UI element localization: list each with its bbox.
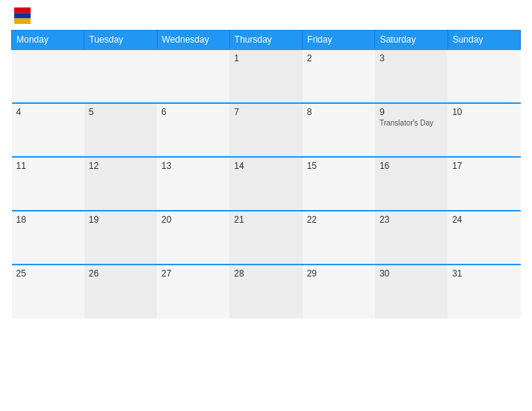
calendar-cell: 21 bbox=[229, 211, 302, 265]
calendar-page: MondayTuesdayWednesdayThursdayFridaySatu… bbox=[0, 0, 532, 411]
day-number: 23 bbox=[380, 214, 443, 225]
calendar-cell: 11 bbox=[12, 157, 84, 211]
logo-flag-icon bbox=[14, 7, 31, 24]
day-number: 8 bbox=[307, 107, 371, 117]
svg-rect-0 bbox=[14, 7, 31, 13]
calendar-cell: 25 bbox=[12, 265, 84, 318]
day-number: 24 bbox=[452, 214, 516, 225]
day-number: 6 bbox=[161, 107, 225, 117]
day-number: 1 bbox=[234, 53, 297, 64]
week-row-5: 25262728293031 bbox=[12, 265, 521, 318]
day-number: 12 bbox=[89, 161, 152, 171]
calendar-cell: 5 bbox=[84, 103, 157, 157]
day-header-saturday: Saturday bbox=[375, 31, 448, 50]
day-header-wednesday: Wednesday bbox=[157, 31, 229, 50]
calendar-cell: 22 bbox=[303, 211, 375, 265]
day-header-monday: Monday bbox=[12, 31, 84, 50]
calendar-cell: 16 bbox=[375, 157, 448, 211]
calendar-cell: 19 bbox=[84, 211, 157, 265]
calendar-cell bbox=[12, 49, 84, 103]
calendar-cell: 13 bbox=[157, 157, 229, 211]
week-row-2: 456789Translator's Day10 bbox=[12, 103, 521, 157]
day-number: 9 bbox=[380, 107, 443, 117]
calendar-cell bbox=[448, 49, 520, 103]
day-number: 11 bbox=[16, 161, 80, 171]
day-number: 7 bbox=[234, 107, 297, 117]
calendar-cell: 26 bbox=[84, 265, 157, 318]
calendar-cell: 18 bbox=[12, 211, 84, 265]
calendar-cell: 3 bbox=[375, 49, 448, 103]
day-number: 17 bbox=[452, 161, 516, 171]
calendar-cell: 24 bbox=[448, 211, 520, 265]
calendar-cell: 7 bbox=[229, 103, 302, 157]
day-header-tuesday: Tuesday bbox=[84, 31, 157, 50]
day-number: 22 bbox=[307, 214, 371, 225]
day-number: 31 bbox=[452, 268, 516, 279]
logo bbox=[11, 7, 31, 24]
day-number: 3 bbox=[380, 53, 443, 64]
day-number: 14 bbox=[234, 161, 297, 171]
day-header-thursday: Thursday bbox=[229, 31, 302, 50]
calendar-cell: 15 bbox=[303, 157, 375, 211]
day-number: 18 bbox=[16, 214, 80, 225]
calendar-table: MondayTuesdayWednesdayThursdayFridaySatu… bbox=[11, 30, 521, 318]
calendar-cell: 29 bbox=[303, 265, 375, 318]
day-number: 15 bbox=[307, 161, 371, 171]
calendar-cell: 14 bbox=[229, 157, 302, 211]
calendar-cell: 23 bbox=[375, 211, 448, 265]
svg-rect-2 bbox=[14, 19, 31, 24]
calendar-cell: 17 bbox=[448, 157, 520, 211]
calendar-cell bbox=[157, 49, 229, 103]
day-number: 10 bbox=[452, 107, 516, 117]
week-row-3: 11121314151617 bbox=[12, 157, 521, 211]
day-number: 25 bbox=[16, 268, 80, 279]
calendar-cell: 31 bbox=[448, 265, 520, 318]
calendar-cell: 8 bbox=[303, 103, 375, 157]
day-header-friday: Friday bbox=[303, 31, 375, 50]
week-row-1: 123 bbox=[12, 49, 521, 103]
day-number: 29 bbox=[307, 268, 371, 279]
day-number: 16 bbox=[380, 161, 443, 171]
day-number: 30 bbox=[380, 268, 443, 279]
calendar-cell: 12 bbox=[84, 157, 157, 211]
calendar-cell: 4 bbox=[12, 103, 84, 157]
calendar-cell: 27 bbox=[157, 265, 229, 318]
calendar-cell: 30 bbox=[375, 265, 448, 318]
day-header-sunday: Sunday bbox=[448, 31, 520, 50]
calendar-cell: 1 bbox=[229, 49, 302, 103]
calendar-cell: 6 bbox=[157, 103, 229, 157]
day-number: 13 bbox=[161, 161, 225, 171]
calendar-cell bbox=[84, 49, 157, 103]
day-number: 28 bbox=[234, 268, 297, 279]
calendar-cell: 28 bbox=[229, 265, 302, 318]
calendar-header bbox=[11, 7, 521, 24]
day-number: 19 bbox=[89, 214, 152, 225]
calendar-cell: 9Translator's Day bbox=[375, 103, 448, 157]
calendar-cell: 2 bbox=[303, 49, 375, 103]
day-number: 5 bbox=[89, 107, 152, 117]
day-number: 4 bbox=[16, 107, 80, 117]
day-number: 27 bbox=[161, 268, 225, 279]
calendar-cell: 20 bbox=[157, 211, 229, 265]
day-number: 21 bbox=[234, 214, 297, 225]
calendar-cell: 10 bbox=[448, 103, 520, 157]
day-number: 26 bbox=[89, 268, 152, 279]
holiday-label: Translator's Day bbox=[380, 119, 443, 127]
week-row-4: 18192021222324 bbox=[12, 211, 521, 265]
day-headers-row: MondayTuesdayWednesdayThursdayFridaySatu… bbox=[12, 31, 521, 50]
day-number: 2 bbox=[307, 53, 371, 64]
svg-rect-1 bbox=[14, 13, 31, 18]
day-number: 20 bbox=[161, 214, 225, 225]
